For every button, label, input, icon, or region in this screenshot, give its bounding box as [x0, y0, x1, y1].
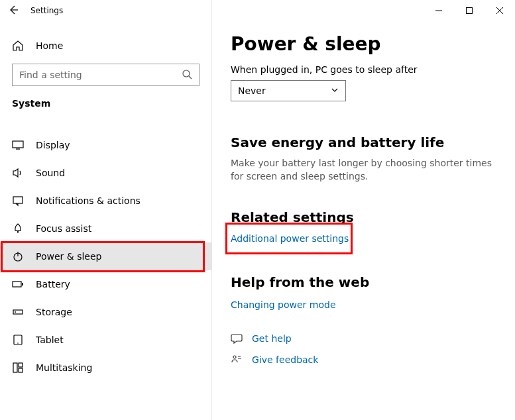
battery-icon: [12, 278, 24, 290]
sidebar-item-label: Notifications & actions: [36, 195, 141, 206]
chevron-down-icon: [331, 85, 339, 96]
sidebar-item-label: Power & sleep: [36, 251, 101, 262]
sidebar: Home System Display Sound: [0, 0, 212, 420]
help-heading: Help from the web: [231, 274, 496, 290]
close-button[interactable]: [485, 0, 515, 21]
sidebar-item-label: Sound: [36, 168, 65, 178]
svg-line-6: [189, 76, 192, 79]
search-box[interactable]: [12, 64, 200, 86]
focus-assist-icon: [12, 223, 24, 235]
search-icon: [182, 69, 192, 81]
energy-heading: Save energy and battery life: [231, 134, 496, 150]
sidebar-item-storage[interactable]: Storage: [0, 298, 211, 326]
sidebar-item-display[interactable]: Display: [0, 131, 211, 159]
sidebar-item-focus-assist[interactable]: Focus assist: [0, 215, 211, 242]
get-help-link[interactable]: Get help: [252, 333, 292, 344]
get-help-icon: [231, 333, 243, 344]
display-icon: [12, 139, 24, 151]
get-help-row[interactable]: Get help: [231, 333, 496, 344]
sidebar-item-sound[interactable]: Sound: [0, 159, 211, 187]
svg-rect-18: [13, 363, 17, 372]
sidebar-item-label: Battery: [36, 279, 70, 289]
sleep-label: When plugged in, PC goes to sleep after: [231, 64, 496, 75]
svg-rect-12: [13, 282, 21, 287]
give-feedback-row[interactable]: Give feedback: [231, 354, 496, 366]
sleep-select[interactable]: Never: [231, 80, 346, 101]
svg-rect-13: [22, 283, 23, 286]
svg-rect-7: [13, 141, 23, 148]
back-button[interactable]: [8, 5, 19, 17]
home-button[interactable]: Home: [0, 33, 211, 58]
sidebar-section-label: System: [0, 98, 211, 118]
svg-point-15: [15, 311, 16, 313]
svg-rect-19: [19, 363, 23, 367]
sidebar-item-label: Focus assist: [36, 223, 91, 234]
sidebar-item-power-sleep[interactable]: Power & sleep: [0, 242, 211, 270]
related-heading: Related settings: [231, 209, 496, 225]
maximize-button[interactable]: [454, 0, 485, 21]
window-title: Settings: [30, 6, 63, 15]
sidebar-item-label: Tablet: [36, 335, 64, 345]
tablet-icon: [12, 334, 24, 346]
notifications-icon: [12, 195, 24, 207]
additional-power-settings-link[interactable]: Additional power settings: [231, 233, 349, 244]
sidebar-item-tablet[interactable]: Tablet: [0, 326, 211, 354]
energy-desc: Make your battery last longer by choosin…: [231, 157, 496, 183]
sidebar-item-battery[interactable]: Battery: [0, 270, 211, 298]
storage-icon: [12, 306, 24, 318]
sidebar-item-label: Display: [36, 140, 70, 150]
sidebar-nav: Display Sound Notifications & actions Fo…: [0, 118, 211, 382]
page-title: Power & sleep: [231, 33, 496, 55]
minimize-button[interactable]: [424, 0, 454, 21]
give-feedback-link[interactable]: Give feedback: [252, 354, 318, 365]
titlebar: Settings: [0, 0, 515, 21]
svg-point-21: [233, 356, 236, 358]
home-label: Home: [36, 40, 63, 51]
sidebar-item-multitasking[interactable]: Multitasking: [0, 354, 211, 382]
feedback-icon: [231, 354, 243, 366]
sidebar-item-notifications[interactable]: Notifications & actions: [0, 187, 211, 215]
changing-power-mode-link[interactable]: Changing power mode: [231, 299, 336, 310]
multitasking-icon: [12, 362, 24, 374]
main-content: Power & sleep When plugged in, PC goes t…: [212, 0, 515, 420]
search-input[interactable]: [19, 70, 182, 80]
svg-rect-20: [19, 368, 23, 372]
power-icon: [12, 250, 24, 262]
sleep-select-value: Never: [238, 85, 266, 96]
home-icon: [12, 40, 24, 52]
svg-rect-2: [467, 8, 473, 14]
sound-icon: [12, 167, 24, 179]
svg-rect-9: [13, 197, 23, 203]
sidebar-item-label: Multitasking: [36, 362, 92, 373]
svg-point-17: [17, 342, 19, 344]
highlight-box: [1, 241, 205, 272]
sidebar-item-label: Storage: [36, 307, 72, 317]
svg-point-5: [183, 70, 190, 77]
